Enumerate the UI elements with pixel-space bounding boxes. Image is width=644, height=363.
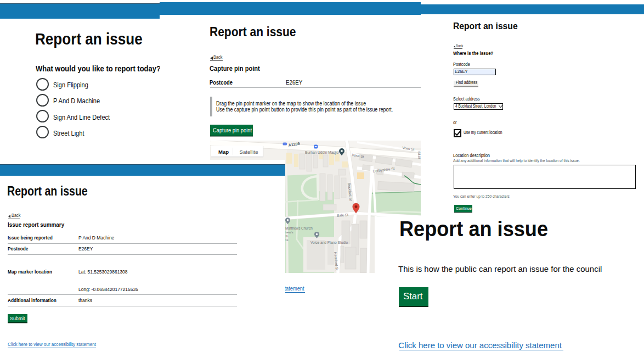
svg-text:Satellite: Satellite [240,149,258,155]
svg-text:Voice and Piano Studio: Voice and Piano Studio [310,241,348,244]
svg-text:Map: Map [218,149,229,155]
svg-text:Burhan Uddin Masjid: Burhan Uddin Masjid [305,150,339,155]
svg-text:Matthews Church: Matthews Church [285,226,313,230]
svg-text:ch: ch [285,234,289,238]
svg-text:hew's: hew's [285,230,293,234]
